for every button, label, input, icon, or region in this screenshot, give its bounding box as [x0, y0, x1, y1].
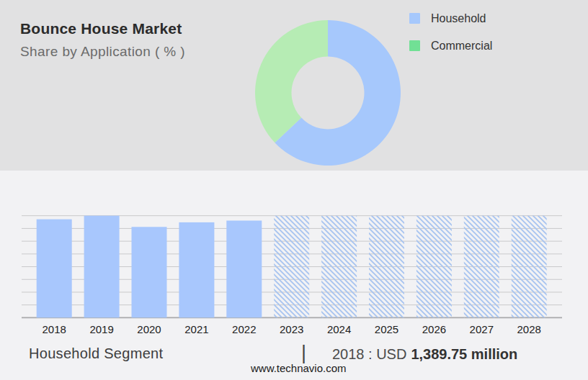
- year-label-2028: 2028: [517, 323, 541, 335]
- legend-swatch-commercial: [409, 40, 420, 51]
- forecast-bar-2027: [464, 216, 499, 318]
- website-url: www.technavio.com: [251, 362, 347, 374]
- year-label-2027: 2027: [470, 323, 494, 335]
- header-band: Bounce House Market Share by Application…: [0, 0, 588, 171]
- legend-label-commercial: Commercial: [431, 40, 492, 51]
- year-label-2025: 2025: [375, 323, 398, 335]
- forecast-bar-2023: [274, 216, 309, 318]
- year-label-2023: 2023: [280, 323, 303, 335]
- bar-chart-x-labels: 2018201920202021202220232024202520262027…: [43, 323, 541, 335]
- footer-separator: |: [301, 343, 306, 363]
- legend-item-commercial: Commercial: [409, 40, 492, 51]
- forecast-bar-2025: [369, 216, 404, 318]
- forecast-bar-2026: [416, 216, 452, 318]
- bar-2022: [226, 221, 262, 318]
- year-label-2024: 2024: [327, 323, 351, 335]
- forecast-bar-2024: [321, 216, 357, 318]
- donut-slice-commercial: [255, 20, 328, 142]
- year-label-2020: 2020: [137, 323, 161, 335]
- year-label-2021: 2021: [184, 323, 208, 335]
- forecast-bar-2028: [512, 216, 547, 318]
- donut-chart: [255, 20, 401, 166]
- page-title: Bounce House Market: [20, 20, 185, 37]
- legend: Household Commercial: [409, 13, 492, 51]
- page-subtitle: Share by Application ( % ): [20, 44, 185, 60]
- year-label-2018: 2018: [43, 323, 66, 335]
- bar-2018: [37, 220, 72, 318]
- year-label-2022: 2022: [232, 323, 256, 335]
- bar-chart-bars: [37, 216, 547, 318]
- infographic-page: { "header": { "title": "Bounce House Mar…: [0, 0, 588, 380]
- bar-2021: [179, 222, 214, 317]
- stat-prefix: 2018 : USD: [332, 346, 406, 362]
- year-label-2019: 2019: [89, 323, 113, 335]
- bar-chart: 2018201920202021202220232024202520262027…: [0, 207, 588, 340]
- legend-item-household: Household: [409, 13, 492, 24]
- legend-swatch-household: [409, 13, 420, 24]
- year-label-2026: 2026: [422, 323, 446, 335]
- bar-2020: [132, 227, 167, 317]
- bar-2019: [84, 216, 120, 318]
- title-block: Bounce House Market Share by Application…: [20, 20, 185, 60]
- stat-line: 2018 : USD1,389.75 million: [332, 346, 517, 363]
- stat-value: 1,389.75 million: [411, 346, 517, 362]
- legend-label-household: Household: [431, 13, 486, 24]
- segment-label: Household Segment: [29, 345, 163, 362]
